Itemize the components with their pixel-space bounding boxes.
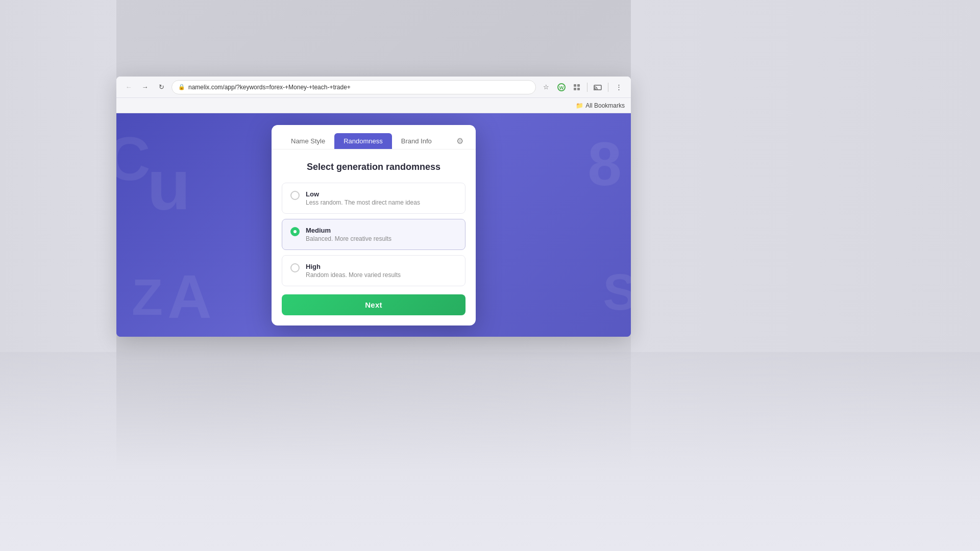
tab-randomness[interactable]: Randomness — [334, 133, 392, 149]
toolbar-icons: ☆ W — [540, 81, 625, 93]
option-low-label: Low — [306, 190, 420, 198]
option-high-content: High Random ideas. More varied results — [306, 263, 401, 279]
tab-brand-info[interactable]: Brand Info — [392, 133, 441, 149]
gear-icon: ⚙ — [456, 136, 463, 146]
extension-icon-1[interactable]: W — [555, 81, 568, 93]
option-low[interactable]: Low Less random. The most direct name id… — [282, 183, 465, 214]
option-low-content: Low Less random. The most direct name id… — [306, 190, 420, 206]
modal-tabs: Name Style Randomness Brand Info ⚙ — [272, 125, 476, 149]
option-low-desc: Less random. The most direct name ideas — [306, 199, 420, 206]
svg-rect-4 — [574, 88, 576, 90]
option-medium-desc: Balanced. More creative results — [306, 235, 391, 242]
forward-button[interactable]: → — [139, 81, 151, 93]
modal-dialog: Name Style Randomness Brand Info ⚙ Selec… — [272, 125, 476, 325]
option-high-label: High — [306, 263, 401, 270]
bookmarks-bar: 📁 All Bookmarks — [116, 98, 631, 113]
svg-point-7 — [594, 89, 595, 90]
address-bar[interactable]: 🔒 namelix.com/app/?keywords=forex-+Money… — [172, 80, 536, 94]
toolbar-divider-2 — [608, 83, 608, 92]
lock-icon: 🔒 — [178, 84, 185, 90]
bookmark-star-button[interactable]: ☆ — [540, 81, 552, 93]
browser-content: C u Z A 8 S Name Style Randomness Brand … — [116, 113, 631, 337]
menu-button[interactable]: ⋮ — [612, 81, 625, 93]
radio-low — [290, 191, 300, 200]
svg-rect-2 — [574, 84, 576, 87]
modal-title: Select generation randomness — [282, 162, 465, 172]
modal-body: Select generation randomness Low Less ra… — [272, 149, 476, 325]
radio-high — [290, 263, 300, 272]
reload-button[interactable]: ↻ — [155, 81, 167, 93]
next-button[interactable]: Next — [282, 294, 465, 315]
desktop-bottom-area — [0, 352, 980, 551]
modal-overlay: Name Style Randomness Brand Info ⚙ Selec… — [116, 113, 631, 337]
extension-icon-2[interactable] — [571, 81, 583, 93]
option-medium-label: Medium — [306, 227, 391, 234]
folder-icon: 📁 — [576, 102, 583, 109]
cast-button[interactable] — [592, 81, 604, 93]
settings-button[interactable]: ⚙ — [454, 134, 465, 148]
browser-window: ← → ↻ 🔒 namelix.com/app/?keywords=forex-… — [116, 77, 631, 337]
option-medium[interactable]: Medium Balanced. More creative results — [282, 219, 465, 250]
radio-medium — [290, 227, 300, 236]
bookmarks-label: 📁 All Bookmarks — [576, 102, 625, 109]
url-text: namelix.com/app/?keywords=forex-+Money-+… — [188, 84, 529, 91]
svg-rect-3 — [577, 84, 580, 87]
browser-toolbar: ← → ↻ 🔒 namelix.com/app/?keywords=forex-… — [116, 77, 631, 98]
toolbar-divider — [587, 83, 587, 92]
svg-rect-5 — [577, 88, 580, 90]
option-high[interactable]: High Random ideas. More varied results — [282, 255, 465, 286]
option-medium-content: Medium Balanced. More creative results — [306, 227, 391, 242]
tab-name-style[interactable]: Name Style — [282, 133, 334, 149]
option-high-desc: Random ideas. More varied results — [306, 271, 401, 279]
svg-text:W: W — [559, 85, 564, 90]
back-button[interactable]: ← — [122, 81, 135, 93]
browser-chrome: ← → ↻ 🔒 namelix.com/app/?keywords=forex-… — [116, 77, 631, 113]
